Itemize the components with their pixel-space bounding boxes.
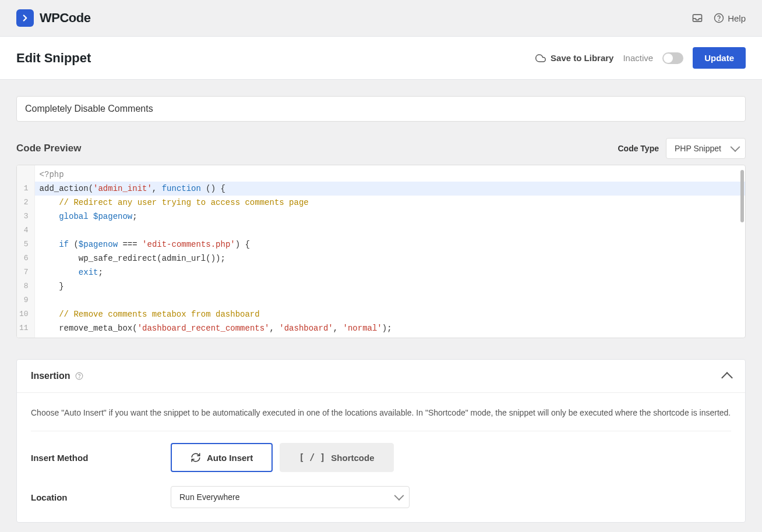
topbar-right: Help [692,12,746,24]
status-label: Inactive [623,53,653,63]
shortcode-button[interactable]: [ / ] Shortcode [280,443,393,472]
content: Code Preview Code Type PHP Snippet 01234… [0,80,762,532]
location-select[interactable]: Run Everywhere [171,486,410,508]
brand-logo[interactable]: WPCode [16,9,90,27]
insert-method-row: Insert Method Auto Insert [ / ] Shortcod… [31,443,731,472]
info-icon [75,372,83,380]
help-link[interactable]: Help [714,13,746,23]
insert-method-label: Insert Method [31,453,171,463]
editor-scrollbar[interactable] [740,170,744,222]
insertion-title: Insertion [31,371,70,381]
svg-point-9 [79,378,79,378]
code-type-wrap: Code Type PHP Snippet [618,138,746,159]
save-to-library-label: Save to Library [551,53,613,63]
insertion-panel: Insertion Choose "Auto Insert" if you wa… [16,359,746,523]
topbar: WPCode Help [0,0,762,37]
snippet-title-input[interactable] [16,96,746,122]
insertion-panel-header[interactable]: Insertion [17,360,745,393]
shortcode-icon: [ / ] [299,452,325,463]
preview-header: Code Preview Code Type PHP Snippet [16,138,746,159]
active-toggle[interactable] [662,52,683,64]
page-title: Edit Snippet [16,51,91,66]
update-button[interactable]: Update [693,47,746,69]
help-icon [714,13,724,23]
auto-insert-button[interactable]: Auto Insert [171,443,273,472]
code-area[interactable]: <?phpadd_action('admin_init', function (… [35,165,745,338]
code-type-select[interactable]: PHP Snippet [666,138,746,159]
help-label: Help [728,13,746,23]
chevron-up-icon [721,372,733,384]
inbox-icon[interactable] [692,12,703,24]
code-type-label: Code Type [618,144,659,153]
pagebar: Edit Snippet Save to Library Inactive Up… [0,37,762,80]
insertion-description: Choose "Auto Insert" if you want the sni… [31,407,731,431]
shortcode-label: Shortcode [331,453,374,463]
code-preview-title: Code Preview [16,143,82,154]
svg-point-7 [719,20,719,20]
code-editor[interactable]: 01234567891011 <?phpadd_action('admin_in… [16,165,746,338]
location-row: Location Run Everywhere [31,486,731,508]
auto-insert-label: Auto Insert [207,453,253,463]
logo-icon [16,9,34,27]
insertion-panel-body: Choose "Auto Insert" if you want the sni… [17,393,745,522]
method-buttons: Auto Insert [ / ] Shortcode [171,443,731,472]
location-label: Location [31,492,171,502]
refresh-icon [190,452,201,463]
brand-name: WPCode [40,10,90,26]
line-gutter: 01234567891011 [17,165,35,338]
save-to-library-button[interactable]: Save to Library [535,53,613,63]
pagebar-actions: Save to Library Inactive Update [535,47,746,69]
cloud-icon [535,53,546,63]
toggle-knob [664,54,673,63]
